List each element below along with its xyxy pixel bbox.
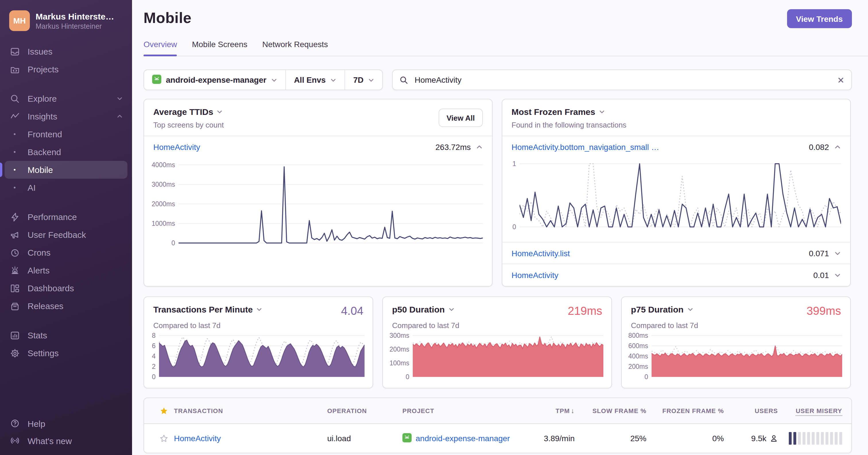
p50-subtitle: Compared to last 7d [383, 321, 611, 330]
sidebar-item-performance[interactable]: Performance [5, 208, 127, 226]
metric-cards-row: Transactions Per Minute 4.04 Compared to… [144, 296, 852, 388]
org-switcher[interactable]: MH Markus Hintersteiner Markus Hinterste… [0, 0, 132, 34]
p75-title[interactable]: p75 Duration [631, 305, 693, 314]
column-header-operation[interactable]: OPERATION [327, 407, 402, 414]
sidebar-item-settings[interactable]: Settings [5, 344, 127, 362]
sidebar-item-user-feedback[interactable]: User Feedback [5, 226, 127, 244]
avatar: MH [9, 10, 30, 31]
chevron-down-icon[interactable] [834, 250, 841, 257]
chart-canvas [179, 160, 483, 282]
sort-descending-icon: ↓ [571, 407, 575, 415]
sidebar-item-label: Stats [28, 330, 123, 340]
sidebar-item-label: Settings [28, 348, 123, 358]
sidebar-item-alerts[interactable]: Alerts [5, 261, 127, 279]
page-filter-group: android-expense-manager All Envs 7D [144, 69, 383, 90]
column-header-slow-frame[interactable]: SLOW FRAME % [575, 407, 646, 414]
broadcast-icon [9, 435, 20, 446]
frozen-frame-cell: 0% [646, 434, 724, 443]
sidebar-item-crons[interactable]: Crons [5, 244, 127, 261]
transaction-link[interactable]: HomeActivity [174, 434, 221, 443]
misery-bar [789, 432, 792, 445]
sidebar-footer: HelpWhat's new [0, 415, 132, 455]
ttid-value: 263.72ms [435, 142, 471, 152]
average-ttids-title-label: Average TTIDs [153, 107, 213, 117]
transaction-link[interactable]: HomeActivity [512, 271, 558, 280]
column-header-frozen-frame[interactable]: FROZEN FRAME % [646, 407, 724, 414]
frozen-frames-title[interactable]: Most Frozen Frames [512, 107, 626, 117]
sidebar-item-backend[interactable]: Backend [5, 143, 127, 161]
sidebar-item-mobile[interactable]: Mobile [5, 161, 127, 179]
releases-icon [9, 301, 20, 311]
sidebar-item-projects[interactable]: Projects [5, 60, 127, 78]
sidebar-item-label: Dashboards [28, 283, 123, 293]
transaction-link[interactable]: HomeActivity [153, 142, 200, 152]
column-header-project[interactable]: PROJECT [402, 407, 534, 414]
transaction-link[interactable]: HomeActivity.list [512, 249, 570, 258]
sidebar-item-label: Projects [28, 64, 123, 74]
chevron-down-icon [368, 77, 374, 83]
search-input[interactable] [413, 75, 832, 85]
tpm-title[interactable]: Transactions Per Minute [153, 305, 262, 314]
tab-bar: OverviewMobile ScreensNetwork Requests [144, 40, 852, 56]
sidebar-item-ai[interactable]: AI [5, 179, 127, 197]
sidebar-section: PerformanceUser FeedbackCronsAlertsDashb… [5, 208, 127, 315]
ttid-chart: 4000ms3000ms2000ms1000ms0 [151, 160, 483, 282]
misery-bar [798, 432, 801, 445]
sidebar-section: StatsSettings [5, 326, 127, 362]
misery-bar [821, 432, 824, 445]
page-title: Mobile [144, 0, 852, 27]
axis-tick-label: 800ms [624, 331, 648, 340]
axis-tick-label: 200ms [624, 362, 648, 371]
misery-bar [835, 432, 838, 445]
android-platform-icon [402, 433, 412, 444]
environment-filter[interactable]: All Envs [285, 70, 345, 90]
column-header-transaction[interactable]: TRANSACTION [174, 407, 327, 414]
search-icon [400, 76, 408, 84]
bullet-icon [9, 133, 20, 135]
view-all-button[interactable]: View All [439, 109, 483, 127]
filter-bar: android-expense-manager All Envs 7D ✕ [144, 69, 852, 90]
transaction-link[interactable]: HomeActivity.bottom_navigation_small … [512, 142, 659, 152]
performance-icon [9, 211, 20, 222]
sidebar-item-explore[interactable]: Explore [5, 90, 127, 108]
project-link[interactable]: android-expense-manager [415, 434, 510, 443]
chevron-down-icon [687, 306, 693, 313]
sidebar-item-issues[interactable]: Issues [5, 42, 127, 60]
frozen-frames-title-label: Most Frozen Frames [512, 107, 595, 117]
average-ttids-subtitle: Top screens by count [153, 121, 224, 129]
top-cards-row: Average TTIDs Top screens by count View … [144, 99, 852, 287]
average-ttids-title[interactable]: Average TTIDs [153, 107, 224, 117]
tab-mobile-screens[interactable]: Mobile Screens [192, 40, 247, 56]
sidebar-item-stats[interactable]: Stats [5, 326, 127, 344]
column-header-user-misery[interactable]: USER MISERY [778, 407, 842, 414]
clear-search-icon[interactable]: ✕ [837, 76, 844, 84]
project-filter[interactable]: android-expense-manager [144, 70, 285, 90]
favorite-star-icon[interactable] [159, 406, 168, 415]
column-header-tpm[interactable]: TPM↓ [534, 407, 575, 415]
average-ttids-header: Average TTIDs Top screens by count View … [144, 99, 492, 136]
p75-duration-card: p75 Duration 399ms Compared to last 7d 8… [621, 296, 851, 388]
tab-overview[interactable]: Overview [144, 40, 177, 56]
chevron-up-icon[interactable] [834, 144, 841, 150]
sidebar-item-help[interactable]: Help [5, 415, 127, 432]
sidebar-item-releases[interactable]: Releases [5, 297, 127, 315]
tab-network-requests[interactable]: Network Requests [262, 40, 328, 56]
column-header-users[interactable]: USERS [724, 407, 778, 414]
chevron-up-icon[interactable] [476, 144, 483, 150]
sidebar-item-frontend[interactable]: Frontend [5, 125, 127, 143]
sidebar-item-dashboards[interactable]: Dashboards [5, 279, 127, 297]
sidebar-item-what-s-new[interactable]: What's new [5, 432, 127, 449]
date-range-filter[interactable]: 7D [345, 70, 383, 90]
sidebar-item-label: What's new [28, 436, 123, 446]
axis-tick-label: 0 [151, 238, 175, 248]
axis-tick-label: 100ms [385, 359, 409, 368]
chevron-down-icon [217, 109, 223, 115]
chevron-down-icon[interactable] [834, 272, 841, 279]
view-trends-button[interactable]: View Trends [787, 9, 852, 28]
sidebar-item-insights[interactable]: Insights [5, 108, 127, 125]
sidebar-nav: IssuesProjectsExploreInsightsFrontendBac… [0, 34, 132, 415]
p50-title[interactable]: p50 Duration [392, 305, 454, 314]
frozen-rate-value: 0.01 [813, 271, 829, 280]
sidebar-item-label: User Feedback [28, 230, 123, 239]
favorite-star-icon[interactable] [159, 435, 168, 443]
